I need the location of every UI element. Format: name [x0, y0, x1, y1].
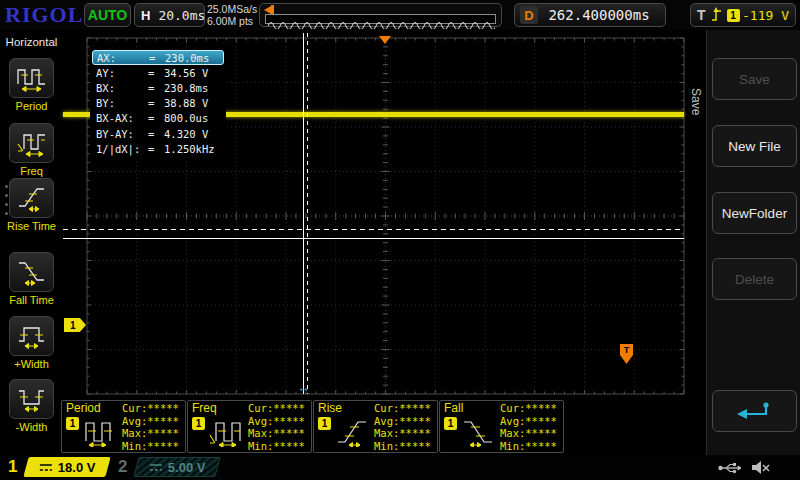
stat-max: Max:***** — [248, 427, 305, 440]
stat-avg: Avg:***** — [248, 415, 305, 428]
stat-min: Min:***** — [500, 440, 557, 453]
cursor-bx-label: BX: — [96, 82, 148, 94]
menu-item-freq-label: Freq — [0, 165, 63, 177]
stat-avg: Avg:***** — [500, 415, 557, 428]
channel2-scale: 5.00 V — [168, 460, 206, 475]
neg-width-icon — [16, 384, 48, 414]
cursor-by-value: 38.88 V — [164, 97, 220, 109]
menu-scroll-dots — [5, 185, 8, 215]
measurement-box-rise: Rise 1 Cur:***** Avg:***** Max:***** Min… — [313, 400, 438, 453]
new-folder-button[interactable]: NewFolder — [712, 192, 797, 234]
channel2-number: 2 — [118, 457, 127, 477]
delay-label: D — [520, 6, 538, 24]
new-file-button[interactable]: New File — [712, 125, 797, 167]
stat-cur: Cur:***** — [500, 402, 557, 415]
stat-avg: Avg:***** — [122, 415, 179, 428]
cursor-by-label: BY: — [96, 97, 148, 109]
back-enter-button[interactable] — [712, 390, 797, 432]
stat-cur: Cur:***** — [122, 402, 179, 415]
freq-icon — [16, 128, 48, 158]
preview-position-arrow-icon — [264, 6, 271, 14]
pos-width-icon — [16, 321, 48, 351]
menu-item-freq[interactable] — [9, 123, 54, 163]
cursor-ax-value: 230.0ms — [165, 52, 219, 64]
cursor-a-vertical-line[interactable] — [303, 33, 304, 394]
trigger-position-marker[interactable] — [379, 36, 391, 44]
preview-squiggle — [266, 17, 495, 29]
measurement-channel-badge: 1 — [192, 417, 205, 430]
oscilloscope-screen: RIGOL AUTO H 20.0ms 25.0MSa/s 6.00M pts … — [0, 0, 800, 480]
sample-rate: 25.0MSa/s — [207, 3, 259, 15]
measurement-title: Rise — [318, 401, 342, 415]
cursor-b-vertical-line[interactable] — [307, 33, 308, 394]
measure-menu-panel: Horizontal Period Freq — [0, 30, 63, 455]
delay-value: 262.400000ms — [538, 7, 660, 23]
measurement-channel-badge: 1 — [318, 417, 331, 430]
softkey-panel: Save New File NewFolder Delete — [706, 30, 800, 455]
memory-depth: 6.00M pts — [207, 15, 259, 27]
enter-arrow-icon — [735, 399, 775, 423]
cursor-drag-handle[interactable]: ↔ — [297, 380, 310, 395]
channel1-number: 1 — [8, 457, 17, 477]
speaker-muted-icon — [750, 460, 770, 475]
measurement-box-period: Period 1 Cur:***** Avg:***** Max:***** M… — [61, 400, 186, 453]
cursor-invdx-value: 1.250kHz — [164, 143, 220, 155]
save-menu-panel: Save Save New File NewFolder Delete — [686, 30, 800, 455]
measurement-stats: Cur:***** Avg:***** Max:***** Min:***** — [374, 402, 431, 452]
cursor-bxax-label: BX-AX: — [96, 112, 148, 124]
measurement-channel-badge: 1 — [444, 417, 457, 430]
horizontal-timebase-box[interactable]: H 20.0ms — [134, 3, 205, 27]
cursor-row-ax: AX: = 230.0ms — [92, 50, 224, 65]
cursor-ax-label: AX: — [97, 52, 149, 64]
preview-waveform-strip — [265, 14, 496, 24]
menu-item-neg-width[interactable] — [9, 379, 54, 419]
cursor-a-horizontal-line[interactable] — [63, 238, 684, 239]
dc-coupling-icon — [149, 463, 163, 472]
rigol-logo: RIGOL — [5, 2, 83, 28]
rising-edge-icon — [711, 7, 722, 23]
cursor-b-horizontal-line[interactable] — [63, 229, 684, 230]
dc-coupling-icon — [39, 463, 53, 472]
stat-cur: Cur:***** — [248, 402, 305, 415]
cursor-row-by: BY: = 38.88 V — [92, 96, 224, 111]
cursor-row-bxax: BX-AX: = 800.0us — [92, 111, 224, 126]
rise-time-icon — [334, 415, 370, 451]
cursor-by-eq: = — [148, 97, 164, 109]
menu-item-period[interactable] — [9, 58, 54, 98]
fall-time-icon — [16, 257, 48, 287]
menu-item-rise-time-label: Rise Time — [0, 220, 63, 232]
cursor-ay-label: AY: — [96, 67, 148, 79]
measure-menu-title: Horizontal — [0, 36, 63, 48]
preview-position-bar — [271, 5, 274, 14]
save-menu-tab-label: Save — [689, 88, 703, 115]
timebase-value: 20.0ms — [158, 8, 205, 23]
menu-item-rise-time[interactable] — [9, 178, 54, 218]
freq-icon — [208, 415, 244, 451]
channel1-scale: 18.0 V — [58, 460, 96, 475]
measurement-box-fall: Fall 1 Cur:***** Avg:***** Max:***** Min… — [439, 400, 564, 453]
channel2-badge[interactable]: 5.00 V — [133, 457, 220, 477]
cursor-invdx-label: 1/|dX|: — [96, 143, 148, 155]
waveform-position-preview[interactable] — [259, 3, 502, 27]
trigger-status-box[interactable]: T 1 -119 V — [690, 3, 796, 27]
cursor-row-ay: AY: = 34.56 V — [92, 65, 224, 80]
menu-item-fall-time[interactable] — [9, 252, 54, 292]
cursor-row-byay: BY-AY: = 4.320 V — [92, 126, 224, 141]
trigger-level-value: -119 V — [740, 8, 789, 23]
menu-item-period-label: Period — [0, 100, 63, 112]
channel-status-bar: 1 18.0 V 2 5.00 V — [0, 455, 800, 480]
delete-button[interactable]: Delete — [712, 258, 797, 300]
cursor-ax-eq: = — [149, 52, 165, 64]
measurement-box-freq: Freq 1 Cur:***** Avg:***** Max:***** Min… — [187, 400, 312, 453]
channel1-badge[interactable]: 18.0 V — [23, 457, 110, 477]
stat-cur: Cur:***** — [374, 402, 431, 415]
cursor-ay-eq: = — [148, 67, 164, 79]
save-button[interactable]: Save — [712, 58, 797, 100]
measurement-stats: Cur:***** Avg:***** Max:***** Min:***** — [248, 402, 305, 452]
cursor-measurement-readout: AX: = 230.0ms AY: = 34.56 V BX: = 230.8m… — [90, 49, 226, 159]
run-status-badge[interactable]: AUTO — [84, 3, 131, 27]
trigger-label: T — [697, 7, 706, 23]
period-icon — [16, 63, 48, 93]
horizontal-delay-box[interactable]: D 262.400000ms — [514, 3, 666, 27]
menu-item-pos-width[interactable] — [9, 316, 54, 356]
